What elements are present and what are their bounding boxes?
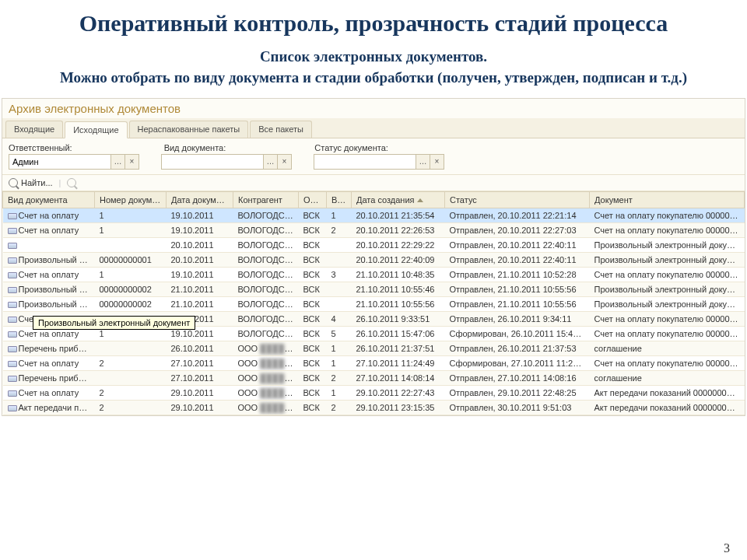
find-button[interactable]: Найти...: [9, 178, 53, 187]
tab-Все пакеты[interactable]: Все пакеты: [250, 121, 312, 138]
cell: 1: [327, 355, 352, 370]
app-title: Архив электронных документов: [2, 99, 745, 118]
sort-asc-icon: [417, 198, 423, 202]
column-header[interactable]: Дата документа: [167, 191, 233, 208]
cell: ВОЛОГОДСК...: [233, 311, 299, 326]
table-row[interactable]: Произвольный эле...0000000000221.10.2011…: [3, 296, 745, 311]
column-header[interactable]: Статус: [445, 191, 590, 208]
table-row[interactable]: Счет на оплату119.10.2011ВОЛОГОДСК...ВСК…: [3, 222, 745, 237]
filter-responsible-label: Ответственный:: [9, 143, 72, 152]
status-input[interactable]: [314, 155, 416, 169]
cell: Счет на оплату: [3, 222, 95, 237]
cell: 19.10.2011: [167, 222, 233, 237]
status-lookup[interactable]: … ×: [314, 154, 444, 170]
cell: ВСК: [299, 208, 327, 222]
cell: Счет на оплату покупателю 00000000001 от…: [590, 326, 745, 341]
cell: Счет на оплату покупателю 00000000001 от…: [590, 267, 745, 282]
table-row[interactable]: Счет на оплату119.10.2011ВОЛОГОДСК...ВСК…: [3, 208, 745, 222]
table-row[interactable]: Счет на оплату119.10.2011ВОЛОГОДСК...ВСК…: [3, 267, 745, 282]
ellipsis-icon[interactable]: …: [416, 155, 430, 169]
cell: 20.10.2011 22:29:22: [352, 237, 445, 252]
cell: Счет на оплату покупателю 00000000001 от…: [590, 208, 745, 222]
cell: ООО ██████: [233, 341, 299, 355]
cell: 3: [327, 267, 352, 282]
document-icon: [8, 243, 17, 249]
table-row[interactable]: Произвольный эле...0000000000221.10.2011…: [3, 282, 745, 296]
doctype-lookup[interactable]: … ×: [161, 154, 292, 170]
cell: 19.10.2011: [167, 267, 233, 282]
cell: ВСК: [299, 267, 327, 282]
cell: 21.10.2011 10:55:56: [352, 296, 445, 311]
column-header[interactable]: Вид документа: [3, 191, 95, 208]
table-row[interactable]: Счет на оплату229.10.2011ООО ██████ВСК12…: [3, 385, 745, 400]
cell: 29.10.2011 23:15:35: [352, 400, 445, 415]
table-row[interactable]: 20.10.2011ВОЛОГОДСК...ВСК20.10.2011 22:2…: [3, 237, 745, 252]
app-window: Архив электронных документов ВходящиеИсх…: [2, 98, 745, 416]
column-header[interactable]: Номер документа: [95, 191, 167, 208]
cell: 29.10.2011: [167, 400, 233, 415]
cell: 1: [327, 208, 352, 222]
document-icon: [8, 390, 17, 397]
table-row[interactable]: Произвольный эле...0000000000120.10.2011…: [3, 252, 745, 267]
cell: Произвольный эле...: [3, 282, 95, 296]
ellipsis-icon[interactable]: …: [263, 155, 277, 169]
tab-Нераспакованные пакеты[interactable]: Нераспакованные пакеты: [129, 121, 249, 138]
cell: ВОЛОГОДСК...: [233, 296, 299, 311]
find-label: Найти...: [21, 178, 53, 187]
cell: 20.10.2011 22:40:09: [352, 252, 445, 267]
responsible-input[interactable]: [9, 155, 110, 169]
cell: Сформирован, 27.10.2011 11:24:49: [445, 355, 590, 370]
cell: 2: [327, 370, 352, 385]
cell: 26.10.2011 15:47:06: [352, 326, 445, 341]
cell: ВСК: [299, 252, 327, 267]
responsible-lookup[interactable]: … ×: [9, 154, 139, 170]
cell: Счет на оплату покупателю 00000000001 от…: [590, 311, 745, 326]
filter-labels-row: Ответственный: Вид документа: Статус док…: [2, 138, 745, 154]
column-header[interactable]: Документ: [590, 191, 745, 208]
column-header[interactable]: Дата создания: [352, 191, 445, 208]
cell: 29.10.2011 22:27:43: [352, 385, 445, 400]
column-header[interactable]: Орг...: [299, 191, 327, 208]
cell: соглашение: [590, 370, 745, 385]
documents-grid[interactable]: Вид документаНомер документаДата докумен…: [2, 191, 745, 415]
tab-Входящие[interactable]: Входящие: [5, 121, 63, 138]
cell: ВОЛОГОДСК...: [233, 282, 299, 296]
cell: [95, 237, 167, 252]
cell: Отправлен, 20.10.2011 22:40:11: [445, 237, 590, 252]
cell: Отправлен, 20.10.2011 22:40:11: [445, 252, 590, 267]
document-icon: [8, 317, 17, 323]
cell: Перечень приборов...: [3, 370, 95, 385]
clear-icon[interactable]: ×: [430, 155, 444, 169]
clear-icon[interactable]: ×: [124, 155, 139, 169]
table-row[interactable]: Счет на оплату227.10.2011ООО ██████ВСК12…: [3, 355, 745, 370]
cell: Счет на оплату: [3, 385, 95, 400]
cell: 21.10.2011 10:48:35: [352, 267, 445, 282]
cell: [3, 237, 95, 252]
doctype-input[interactable]: [162, 155, 263, 169]
tab-bar: ВходящиеИсходящиеНераспакованные пакетыВ…: [2, 118, 745, 138]
tab-Исходящие[interactable]: Исходящие: [65, 121, 127, 138]
cell: 2: [95, 385, 167, 400]
cell: 2: [327, 400, 352, 415]
table-row[interactable]: Акт передачи пока...229.10.2011ООО █████…: [3, 400, 745, 415]
clear-icon[interactable]: ×: [277, 155, 291, 169]
table-row[interactable]: Перечень приборов...26.10.2011ООО ██████…: [3, 341, 745, 355]
cell: Произвольный электронный документ 000000…: [590, 296, 745, 311]
ellipsis-icon[interactable]: …: [110, 155, 124, 169]
cell: 2: [327, 222, 352, 237]
cell: ООО ██████: [233, 385, 299, 400]
document-icon: [8, 213, 17, 219]
column-header[interactable]: Контрагент: [233, 191, 299, 208]
toolbar: Найти... |: [2, 174, 745, 191]
document-icon: [8, 331, 17, 338]
cell: 26.10.2011 9:33:51: [352, 311, 445, 326]
cell: Акт передачи показаний 00000000002 от 29…: [590, 400, 745, 415]
cell: ВОЛОГОДСК...: [233, 222, 299, 237]
column-header[interactable]: Ве...: [327, 191, 352, 208]
cell: 26.10.2011: [167, 341, 233, 355]
cell: Счет на оплату: [3, 355, 95, 370]
cell: ВСК: [299, 311, 327, 326]
cell: 29.10.2011: [167, 385, 233, 400]
table-row[interactable]: Перечень приборов...27.10.2011ООО ██████…: [3, 370, 745, 385]
zoom-icon[interactable]: [67, 178, 76, 187]
